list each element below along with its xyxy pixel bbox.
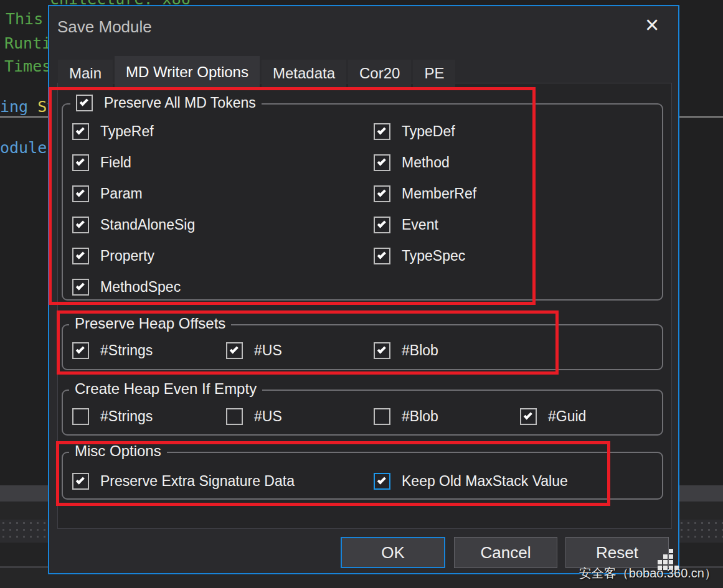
watermark-text: 安全客（bobao.360.cn）: [579, 565, 717, 582]
checkmark-icon: [524, 411, 532, 419]
checkbox-box: [72, 408, 89, 425]
dialog-title: Save Module: [57, 17, 152, 37]
bg-code-line: Runti: [4, 34, 51, 52]
tab-main[interactable]: Main: [58, 60, 113, 88]
checkbox-label: #Blob: [402, 408, 438, 425]
checkbox-create-blob[interactable]: #Blob: [374, 407, 438, 426]
checkbox-create-us[interactable]: #US: [226, 407, 282, 426]
checkbox-create-guid[interactable]: #Guid: [520, 407, 586, 426]
reset-button[interactable]: Reset: [565, 537, 669, 568]
bg-code-line: Times: [4, 57, 51, 75]
tab-cor20[interactable]: Cor20: [348, 60, 411, 88]
checkbox-label: #Strings: [100, 408, 153, 425]
checkbox-label: #Guid: [548, 408, 586, 425]
tab-md-writer-options[interactable]: MD Writer Options: [115, 56, 260, 88]
group-header: Create Heap Even If Empty: [69, 378, 262, 399]
bg-code-line: odule: [0, 139, 47, 157]
tab-metadata[interactable]: Metadata: [262, 60, 346, 88]
checkbox-create-strings[interactable]: #Strings: [72, 407, 153, 426]
ok-button[interactable]: OK: [341, 537, 445, 568]
annotation-rect-md-tokens: [49, 87, 536, 305]
cancel-button[interactable]: Cancel: [454, 537, 557, 568]
close-icon[interactable]: ×: [638, 11, 666, 39]
checkbox-box: [374, 408, 390, 425]
bg-code-segment: ing: [0, 98, 37, 116]
tab-pe[interactable]: PE: [413, 60, 455, 88]
tab-strip: Main MD Writer Options Metadata Cor20 PE: [58, 56, 455, 88]
checkbox-box: [520, 408, 537, 425]
annotation-rect-misc-options: [56, 441, 610, 506]
checkbox-label: #US: [254, 408, 282, 425]
annotation-rect-heap-offsets: [57, 310, 559, 375]
group-title: Create Heap Even If Empty: [75, 380, 257, 398]
checkbox-box: [226, 408, 243, 425]
bg-code-line: This: [6, 10, 43, 28]
